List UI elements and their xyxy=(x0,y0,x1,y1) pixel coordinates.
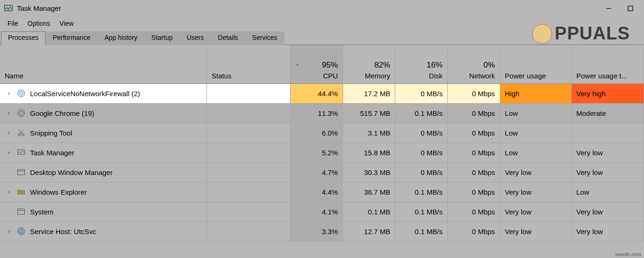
power-cell: Very low xyxy=(500,162,571,182)
power-trend-cell xyxy=(571,123,644,143)
power-cell: Low xyxy=(500,103,571,123)
network-cell: 0 Mbps xyxy=(448,123,500,143)
col-power-trend[interactable]: Power usage t... xyxy=(571,45,644,83)
process-row[interactable]: › Task Manager 5.2% 15.8 MB 0 MB/s 0 Mbp… xyxy=(0,143,644,162)
tab-processes[interactable]: Processes xyxy=(1,31,46,45)
expand-icon[interactable]: › xyxy=(6,90,12,97)
disk-cell: 0 MB/s xyxy=(395,83,448,103)
col-memory-label: Memory xyxy=(365,72,390,80)
process-row[interactable]: › Google Chrome (19) 11.3% 515.7 MB 0.1 … xyxy=(0,103,644,123)
chrome-icon xyxy=(16,108,26,118)
column-headers: Name Status ⌄ 95% CPU 82%Memory 16%Disk … xyxy=(0,45,644,83)
memory-cell: 30.3 MB xyxy=(343,162,395,182)
col-status[interactable]: Status xyxy=(207,45,291,83)
cpu-cell: 4.4% xyxy=(291,182,343,202)
process-name: Snipping Tool xyxy=(30,129,72,137)
process-row[interactable]: › System 4.1% 0.1 MB 0.1 MB/s 0 Mbps Ver… xyxy=(0,202,644,221)
disk-cell: 0.1 MB/s xyxy=(395,202,448,221)
window-icon xyxy=(16,167,26,177)
tab-performance[interactable]: Performance xyxy=(46,31,97,45)
col-cpu[interactable]: ⌄ 95% CPU xyxy=(291,45,343,83)
col-name-label: Name xyxy=(5,72,23,80)
power-trend-cell: Very low xyxy=(571,162,644,182)
process-name: LocalServiceNoNetworkFirewall (2) xyxy=(30,90,140,98)
col-cpu-label: CPU xyxy=(323,72,338,80)
col-status-label: Status xyxy=(212,72,232,80)
power-trend-cell: Very low xyxy=(571,221,644,241)
source-note: wsxdn.com xyxy=(615,251,641,257)
power-trend-cell: Very high xyxy=(571,83,644,103)
memory-usage-total: 82% xyxy=(374,61,390,70)
scissors-icon xyxy=(16,128,26,138)
memory-cell: 0.1 MB xyxy=(343,202,395,221)
power-trend-cell: Moderate xyxy=(571,103,644,123)
cpu-cell: 11.3% xyxy=(291,103,343,123)
disk-cell: 0.1 MB/s xyxy=(395,103,448,123)
tab-users[interactable]: Users xyxy=(180,31,211,45)
expand-icon[interactable]: › xyxy=(6,149,12,156)
cpu-cell: 4.7% xyxy=(291,162,343,182)
expand-icon[interactable]: › xyxy=(6,189,12,195)
col-network-label: Network xyxy=(469,72,495,80)
process-name: Service Host: UtcSvc xyxy=(30,228,96,235)
title-bar: Task Manager xyxy=(0,0,644,17)
tab-startup[interactable]: Startup xyxy=(145,31,180,45)
power-trend-cell: Very low xyxy=(571,202,644,221)
svg-point-6 xyxy=(20,112,23,115)
power-cell: Very low xyxy=(500,202,571,221)
watermark-text: PPUALS xyxy=(555,23,630,44)
minimize-button[interactable] xyxy=(598,1,620,15)
memory-cell: 12.7 MB xyxy=(343,221,395,241)
memory-cell: 515.7 MB xyxy=(343,103,395,123)
process-row[interactable]: › Snipping Tool 6.0% 3.1 MB 0 MB/s 0 Mbp… xyxy=(0,123,644,143)
col-power-trend-label: Power usage t... xyxy=(576,72,627,80)
power-cell: Low xyxy=(500,123,571,143)
disk-cell: 0 MB/s xyxy=(395,143,448,162)
process-row[interactable]: › Desktop Window Manager 4.7% 30.3 MB 0 … xyxy=(0,162,644,182)
process-name: Windows Explorer xyxy=(30,188,87,196)
process-name: Task Manager xyxy=(30,149,74,157)
expand-icon[interactable]: › xyxy=(6,129,12,136)
col-power-usage[interactable]: Power usage xyxy=(500,45,571,83)
svg-rect-12 xyxy=(18,169,25,175)
power-cell: High xyxy=(500,83,571,103)
power-cell: Very low xyxy=(500,182,571,202)
cpu-usage-total: 95% xyxy=(322,61,338,70)
col-disk[interactable]: 16%Disk xyxy=(395,45,448,83)
mascot-icon xyxy=(532,24,552,44)
network-cell: 0 Mbps xyxy=(448,162,500,182)
col-memory[interactable]: 82%Memory xyxy=(343,45,395,83)
menu-file[interactable]: File xyxy=(3,18,23,29)
disk-cell: 0.1 MB/s xyxy=(395,221,448,241)
maximize-button[interactable] xyxy=(620,1,641,15)
col-network[interactable]: 0%Network xyxy=(448,45,500,83)
taskmgr-icon xyxy=(4,4,13,13)
taskmgr-icon xyxy=(16,147,26,158)
power-trend-cell: Low xyxy=(571,182,644,202)
gear-icon xyxy=(16,88,26,99)
col-name[interactable]: Name xyxy=(0,45,207,83)
process-row[interactable]: › Service Host: UtcSvc 3.3% 12.7 MB 0.1 … xyxy=(0,221,644,241)
svg-point-17 xyxy=(20,230,23,233)
menu-view[interactable]: View xyxy=(55,18,78,29)
tab-services[interactable]: Services xyxy=(245,31,284,45)
expand-icon[interactable]: › xyxy=(6,228,12,235)
network-cell: 0 Mbps xyxy=(448,221,500,241)
network-cell: 0 Mbps xyxy=(448,202,500,221)
tab-details[interactable]: Details xyxy=(211,31,245,45)
menu-options[interactable]: Options xyxy=(23,18,55,29)
process-row[interactable]: › Windows Explorer 4.4% 36.7 MB 0.1 MB/s… xyxy=(0,182,644,202)
network-cell: 0 Mbps xyxy=(448,103,500,123)
memory-cell: 3.1 MB xyxy=(343,123,395,143)
appuals-watermark: PPUALS xyxy=(532,23,630,44)
svg-rect-2 xyxy=(628,6,633,11)
disk-usage-total: 16% xyxy=(427,61,443,70)
tab-app-history[interactable]: App history xyxy=(98,31,145,45)
cpu-cell: 6.0% xyxy=(291,123,343,143)
svg-rect-14 xyxy=(18,209,25,214)
process-row[interactable]: › LocalServiceNoNetworkFirewall (2) 44.4… xyxy=(0,83,644,103)
memory-cell: 36.7 MB xyxy=(343,182,395,202)
power-cell: Very low xyxy=(500,221,571,241)
col-power-label: Power usage xyxy=(505,72,546,80)
expand-icon[interactable]: › xyxy=(6,110,12,116)
